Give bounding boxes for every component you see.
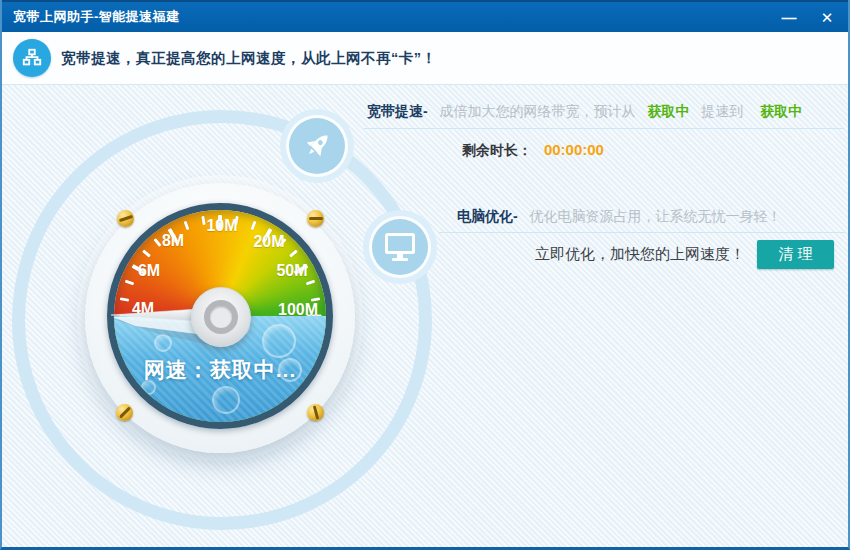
bubble-decoration [212, 386, 240, 414]
gauge-tick [142, 250, 151, 258]
section-divider [364, 128, 844, 129]
speedup-section-header: 宽带提速- 成倍加大您的网络带宽，预计从 获取中 提速到 获取中 [367, 103, 802, 121]
speed-to-value: 获取中 [760, 103, 802, 119]
bubble-decoration [262, 324, 296, 358]
gauge-scale-label: 10M [206, 217, 237, 235]
optimize-section-header: 电脑优化- 优化电脑资源占用，让系统无忧一身轻！ [457, 208, 782, 226]
gauge-knob [191, 287, 251, 347]
screw-icon [116, 404, 133, 421]
gauge-scale-label: 8M [162, 232, 184, 250]
remaining-time-value: 00:00:00 [544, 141, 604, 158]
remaining-time-label: 剩余时长： [462, 142, 532, 158]
speedup-description: 成倍加大您的网络带宽，预计从 [440, 103, 636, 119]
gauge-tick [120, 297, 129, 302]
gauge-scale-label: 50M [276, 262, 307, 280]
optimize-description: 优化电脑资源占用，让系统无忧一身轻！ [530, 208, 782, 224]
gauge-tick [306, 280, 315, 286]
speed-gauge: 4M6M8M10M20M50M100M 网速：获取中... [85, 183, 355, 453]
rocket-icon [286, 115, 348, 177]
speed-from-value: 获取中 [647, 103, 689, 119]
title-bar: 宽带上网助手-智能提速福建 — ✕ [2, 0, 848, 32]
speedup-title: 宽带提速- [367, 103, 428, 119]
speedup-middle-text: 提速到 [701, 103, 743, 119]
speedup-step-circle [280, 109, 354, 183]
screw-icon [117, 210, 134, 227]
network-speed-status: 网速：获取中... [114, 356, 326, 384]
section-divider [439, 232, 845, 233]
network-nodes-icon [13, 39, 51, 77]
optimize-action-text: 立即优化，加快您的上网速度！ [535, 245, 745, 264]
app-window: 宽带上网助手-智能提速福建 — ✕ 宽带提速，真正提高您的上网速度，从此上网不再… [0, 0, 850, 550]
screw-icon [307, 210, 324, 227]
window-controls: — ✕ [780, 2, 836, 32]
gauge-scale-label: 20M [253, 233, 284, 251]
gauge-tick [184, 221, 190, 230]
optimize-step-circle [363, 210, 437, 284]
gauge-dial: 4M6M8M10M20M50M100M 网速：获取中... [107, 203, 333, 429]
knob-ring [204, 300, 238, 334]
header-message: 宽带提速，真正提高您的上网速度，从此上网不再“卡”！ [61, 32, 437, 84]
gauge-tick [290, 250, 299, 258]
main-area: 4M6M8M10M20M50M100M 网速：获取中... [2, 85, 848, 547]
window-title: 宽带上网助手-智能提速福建 [2, 8, 180, 26]
gauge-tick [201, 216, 206, 225]
gauge-tick [125, 280, 134, 286]
screw-icon [307, 404, 324, 421]
gauge-tick [250, 221, 256, 230]
clean-button[interactable]: 清 理 [757, 240, 834, 269]
gauge-scale-label: 6M [138, 262, 160, 280]
remaining-time-row: 剩余时长： 00:00:00 [462, 141, 604, 160]
bubble-decoration [154, 334, 172, 352]
gauge-tick [154, 238, 162, 247]
monitor-icon [369, 216, 431, 278]
close-icon[interactable]: ✕ [818, 10, 836, 25]
header-banner: 宽带提速，真正提高您的上网速度，从此上网不再“卡”！ [2, 32, 848, 85]
minimize-icon[interactable]: — [780, 10, 798, 25]
optimize-title: 电脑优化- [457, 208, 518, 224]
